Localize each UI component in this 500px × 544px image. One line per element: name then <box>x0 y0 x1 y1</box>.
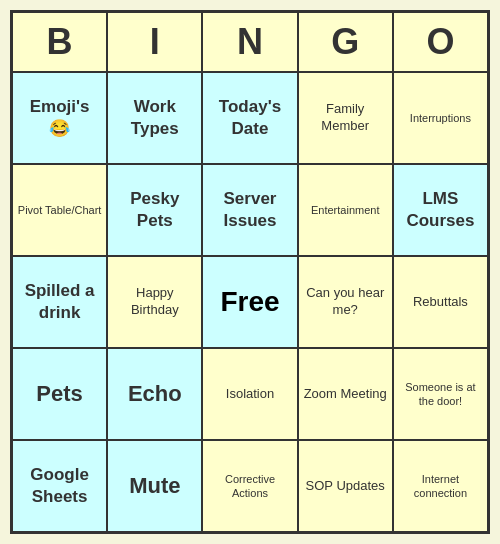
bingo-cell[interactable]: Pesky Pets <box>108 165 203 255</box>
bingo-cell[interactable]: Family Member <box>299 73 394 163</box>
bingo-cell[interactable]: Internet connection <box>394 441 487 531</box>
bingo-cell[interactable]: Corrective Actions <box>203 441 298 531</box>
bingo-cell[interactable]: Free <box>203 257 298 347</box>
bingo-cell[interactable]: Zoom Meeting <box>299 349 394 439</box>
bingo-cell[interactable]: LMS Courses <box>394 165 487 255</box>
bingo-cell[interactable]: SOP Updates <box>299 441 394 531</box>
header-letter: I <box>108 13 203 71</box>
bingo-row: Emoji's 😂Work TypesToday's DateFamily Me… <box>13 73 487 165</box>
bingo-cell[interactable]: Server Issues <box>203 165 298 255</box>
bingo-row: Google SheetsMuteCorrective ActionsSOP U… <box>13 441 487 531</box>
bingo-cell[interactable]: Rebuttals <box>394 257 487 347</box>
bingo-cell[interactable]: Echo <box>108 349 203 439</box>
bingo-cell[interactable]: Mute <box>108 441 203 531</box>
header-letter: G <box>299 13 394 71</box>
bingo-cell[interactable]: Emoji's 😂 <box>13 73 108 163</box>
bingo-cell[interactable]: Someone is at the door! <box>394 349 487 439</box>
header-letter: O <box>394 13 487 71</box>
bingo-cell[interactable]: Pivot Table/Chart <box>13 165 108 255</box>
bingo-card: BINGO Emoji's 😂Work TypesToday's DateFam… <box>10 10 490 534</box>
bingo-cell[interactable]: Isolation <box>203 349 298 439</box>
bingo-grid: Emoji's 😂Work TypesToday's DateFamily Me… <box>13 73 487 531</box>
bingo-cell[interactable]: Entertainment <box>299 165 394 255</box>
bingo-row: PetsEchoIsolationZoom MeetingSomeone is … <box>13 349 487 441</box>
bingo-header: BINGO <box>13 13 487 73</box>
bingo-row: Spilled a drinkHappy BirthdayFreeCan you… <box>13 257 487 349</box>
header-letter: N <box>203 13 298 71</box>
bingo-cell[interactable]: Interruptions <box>394 73 487 163</box>
bingo-cell[interactable]: Google Sheets <box>13 441 108 531</box>
bingo-cell[interactable]: Happy Birthday <box>108 257 203 347</box>
bingo-cell[interactable]: Spilled a drink <box>13 257 108 347</box>
bingo-row: Pivot Table/ChartPesky PetsServer Issues… <box>13 165 487 257</box>
header-letter: B <box>13 13 108 71</box>
bingo-cell[interactable]: Today's Date <box>203 73 298 163</box>
bingo-cell[interactable]: Pets <box>13 349 108 439</box>
bingo-cell[interactable]: Work Types <box>108 73 203 163</box>
bingo-cell[interactable]: Can you hear me? <box>299 257 394 347</box>
